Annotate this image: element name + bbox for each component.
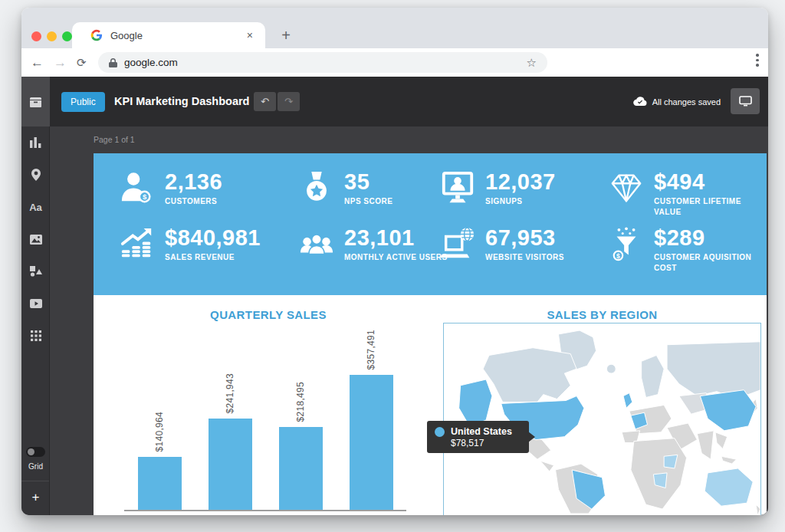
svg-text:$: $	[616, 252, 620, 260]
tab-title: Google	[110, 30, 244, 41]
design-canvas: Page 1 of 1 $ 2,136 CUSTOMERS	[50, 126, 768, 515]
video-play-icon	[30, 299, 42, 308]
preview-button[interactable]	[731, 88, 760, 114]
sidebar-item-elements[interactable]	[21, 320, 50, 352]
bar-q2[interactable]: $241,943	[209, 419, 252, 510]
bar-slot: $241,943	[195, 330, 265, 510]
bar-slot: $140,964	[124, 330, 195, 510]
kpi-monthly-active-users[interactable]: 23,101 MONTHLY ACTIVE USERS	[299, 226, 448, 263]
minimize-window-button[interactable]	[47, 31, 57, 41]
kpi-website-visitors[interactable]: 67,953 WEBSITE VISITORS	[440, 226, 564, 263]
tooltip-dot-icon	[435, 427, 445, 437]
sidebar-item-media-library[interactable]	[21, 77, 50, 126]
quarterly-sales-title: QUARTERLY SALES	[115, 308, 422, 321]
map-region-new-zealand	[756, 504, 760, 515]
bar-value-label: $140,964	[154, 412, 165, 452]
medal-star-icon	[299, 170, 334, 205]
tool-sidebar: Aa Grid	[21, 77, 50, 515]
kpi-nps-score[interactable]: 35 NPS SCORE	[299, 170, 392, 207]
page-indicator: Page 1 of 1	[94, 135, 135, 144]
kpi-value: $840,981	[165, 226, 261, 249]
sidebar-divider	[21, 481, 49, 481]
tooltip-region: United States	[451, 426, 512, 437]
monitor-icon	[739, 96, 752, 107]
redo-button[interactable]: ↷	[278, 92, 300, 111]
bar-value-label: $241,943	[225, 373, 235, 413]
sidebar-item-charts[interactable]	[21, 126, 50, 159]
tab-close-icon[interactable]: ×	[244, 29, 256, 41]
sidebar-item-text[interactable]: Aa	[21, 191, 50, 223]
sidebar-item-shapes[interactable]	[21, 255, 50, 287]
world-map	[444, 323, 760, 515]
undo-button[interactable]: ↶	[254, 92, 276, 111]
sales-by-region-title: SALES BY REGION	[443, 308, 761, 321]
kpi-label: NPS SCORE	[344, 196, 392, 207]
grid-toggle[interactable]	[26, 447, 45, 457]
shapes-icon	[30, 266, 42, 277]
bar-q3[interactable]: $218,495	[279, 427, 323, 510]
growth-chart-icon	[120, 226, 155, 261]
new-tab-button[interactable]: +	[276, 26, 296, 46]
kpi-customers[interactable]: $ 2,136 CUSTOMERS	[120, 170, 222, 207]
map-region-united-kingdom	[623, 393, 632, 409]
sales-by-region-map[interactable]	[443, 323, 761, 515]
reload-icon[interactable]: ⟳	[77, 48, 87, 77]
browser-window: Google × + ← → ⟳ google.com ☆ Public KPI…	[21, 8, 768, 515]
kpi-value: 2,136	[165, 170, 222, 193]
image-icon	[30, 235, 42, 245]
quarterly-sales-chart[interactable]: $140,964$241,943$218,495$357,491	[124, 330, 406, 511]
kpi-label: MONTHLY ACTIVE USERS	[344, 252, 448, 263]
map-region-iceland	[606, 364, 616, 373]
grid-toggle-label: Grid	[21, 462, 50, 471]
map-region-indonesia	[721, 456, 737, 464]
add-page-button[interactable]: +	[21, 488, 50, 507]
public-button[interactable]: Public	[61, 92, 105, 112]
editor-toolbar: Public KPI Marketing Dashboard ↶ ↷ All c…	[50, 77, 768, 126]
kpi-label: SIGNUPS	[485, 196, 556, 207]
map-region-central-america	[540, 461, 554, 471]
sidebar-item-video[interactable]	[21, 287, 50, 320]
map-region-canada	[483, 348, 576, 402]
kpi-customer-lifetime-value[interactable]: $494 CUSTOMER LIFETIME VALUE	[609, 170, 767, 218]
browser-tab[interactable]: Google ×	[72, 22, 265, 48]
bar-q1[interactable]: $140,964	[138, 457, 182, 510]
bar-q4[interactable]: $357,491	[350, 375, 393, 510]
map-region-scandinavia	[642, 355, 665, 397]
zoom-window-button[interactable]	[62, 31, 72, 41]
sidebar-item-maps[interactable]	[21, 159, 50, 191]
url-text: google.com	[124, 57, 527, 68]
kpi-sales-revenue[interactable]: $840,981 SALES REVENUE	[120, 226, 261, 263]
cloud-saved-icon	[633, 97, 647, 107]
users-group-icon	[299, 226, 334, 261]
address-bar: ← → ⟳ google.com ☆	[21, 48, 768, 77]
editor-area: Public KPI Marketing Dashboard ↶ ↷ All c…	[21, 77, 768, 515]
kpi-label: WEBSITE VISITORS	[485, 252, 564, 263]
funnel-dollar-icon: $	[609, 226, 644, 261]
kpi-banner[interactable]: $ 2,136 CUSTOMERS 35 NPS SCORE	[94, 153, 767, 295]
forward-icon: →	[54, 48, 67, 77]
svg-text:$: $	[143, 192, 147, 201]
sidebar-item-images[interactable]	[21, 223, 50, 255]
url-field[interactable]: google.com ☆	[98, 52, 547, 73]
bar-slot: $218,495	[265, 330, 336, 510]
kpi-value: 23,101	[344, 226, 448, 249]
kpi-label: SALES REVENUE	[165, 252, 261, 263]
map-region-russia	[667, 342, 760, 399]
kpi-customer-aquisition-cost[interactable]: $ $289 CUSTOMER AQUISITION COST	[609, 226, 767, 274]
bookmark-star-icon[interactable]: ☆	[527, 56, 537, 70]
kpi-label: CUSTOMER LIFETIME VALUE	[654, 196, 767, 218]
dashboard-page: $ 2,136 CUSTOMERS 35 NPS SCORE	[94, 153, 767, 515]
map-region-southeast-asia	[715, 432, 728, 449]
google-favicon-icon	[90, 29, 103, 41]
kpi-value: 12,037	[485, 170, 556, 193]
document-title[interactable]: KPI Marketing Dashboard	[114, 77, 249, 126]
bar-slot: $357,491	[336, 330, 406, 510]
back-icon[interactable]: ←	[31, 48, 44, 77]
kpi-value: $494	[654, 170, 767, 193]
map-region-india	[697, 431, 714, 459]
browser-menu-icon[interactable]	[756, 54, 759, 67]
kpi-signups[interactable]: 12,037 SIGNUPS	[440, 170, 556, 207]
grid-dots-icon	[31, 330, 41, 341]
close-window-button[interactable]	[31, 31, 41, 41]
text-tool-icon: Aa	[29, 202, 42, 213]
